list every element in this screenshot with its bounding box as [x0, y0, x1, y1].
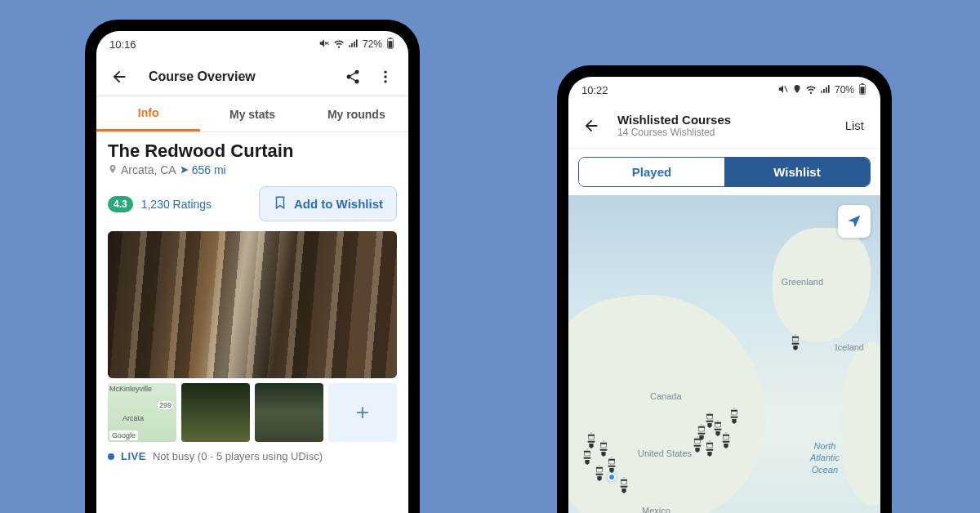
status-icons: 70%: [777, 83, 867, 97]
svg-point-3: [384, 70, 386, 73]
course-pin-icon[interactable]: [581, 448, 594, 465]
status-time: 10:16: [109, 38, 136, 51]
course-location: Arcata, CA: [121, 163, 176, 176]
svg-point-4: [384, 75, 386, 78]
segment-wishlist[interactable]: Wishlist: [724, 158, 870, 186]
course-location-row: Arcata, CA 656 mi: [108, 163, 397, 176]
back-button[interactable]: [106, 64, 132, 90]
screen: 10:22 70%: [568, 77, 880, 513]
course-pin-icon[interactable]: [728, 408, 741, 424]
add-to-wishlist-button[interactable]: Add to Wishlist: [259, 186, 397, 221]
course-pin-icon[interactable]: [617, 477, 630, 493]
tab-info[interactable]: Info: [96, 96, 200, 132]
locate-me-button[interactable]: [838, 205, 871, 238]
segment-played[interactable]: Played: [579, 158, 724, 186]
live-label: LIVE: [121, 450, 146, 462]
segment-control: Played Wishlist: [578, 157, 871, 187]
thumb-add-photo[interactable]: +: [328, 383, 397, 442]
phone-wishlist: 10:22 70%: [557, 65, 892, 513]
user-location-dot: [608, 473, 616, 481]
google-attribution: Google: [109, 430, 138, 440]
course-distance: 656 mi: [180, 163, 226, 176]
wishlist-map[interactable]: Greenland Iceland Canada United States M…: [568, 195, 880, 513]
share-button[interactable]: [340, 64, 366, 90]
hero-photo[interactable]: [108, 231, 397, 378]
status-bar: 10:22 70%: [568, 77, 880, 103]
svg-rect-8: [862, 83, 864, 84]
page-subtitle: 14 Courses Wishlisted: [617, 127, 832, 138]
live-text: Not busy (0 - 5 players using UDisc): [153, 450, 323, 462]
tab-my-stats[interactable]: My stats: [200, 96, 304, 132]
app-bar: Course Overview: [96, 57, 408, 96]
battery-percent: 72%: [363, 38, 382, 50]
thumb-map[interactable]: McKinleyville 299 Arcata ureka Google: [108, 383, 176, 442]
course-pin-icon[interactable]: [593, 465, 606, 481]
photo-thumbnails: McKinleyville 299 Arcata ureka Google +: [108, 383, 397, 442]
tabs: Info My stats My rounds: [96, 96, 408, 132]
more-button[interactable]: [372, 64, 399, 90]
thumb-photo-1[interactable]: [181, 383, 250, 442]
battery-percent: 70%: [835, 84, 854, 96]
ratings-count[interactable]: 1,230 Ratings: [141, 198, 212, 211]
map-label-us: United States: [638, 448, 692, 458]
rating-badge: 4.3: [108, 196, 133, 212]
wifi-icon: [333, 38, 345, 51]
map-label-ocean: North Atlantic Ocean: [810, 440, 840, 475]
course-name: The Redwood Curtain: [108, 141, 397, 162]
back-button[interactable]: [578, 113, 604, 139]
screen: 10:16 72% Course Overv: [96, 31, 408, 513]
svg-rect-2: [389, 41, 393, 47]
course-pin-icon[interactable]: [585, 432, 598, 448]
phone-course-overview: 10:16 72% Course Overv: [85, 20, 420, 513]
signal-icon: [820, 83, 831, 97]
status-time: 10:22: [581, 84, 608, 96]
plus-icon: +: [356, 399, 369, 426]
status-bar: 10:16 72%: [96, 31, 408, 57]
bookmark-icon: [273, 195, 287, 212]
landmass: [840, 342, 880, 506]
rating-row: 4.3 1,230 Ratings Add to Wishlist: [108, 186, 397, 221]
tab-my-rounds[interactable]: My rounds: [305, 96, 408, 132]
mute-icon: [318, 38, 330, 51]
map-label-iceland: Iceland: [835, 342, 864, 352]
course-pin-icon[interactable]: [703, 412, 716, 428]
map-label-greenland: Greenland: [782, 277, 823, 287]
battery-icon: [385, 38, 395, 51]
svg-rect-1: [390, 38, 392, 38]
live-dot-icon: [108, 453, 114, 460]
battery-icon: [858, 83, 867, 97]
map-label-mexico: Mexico: [642, 506, 670, 513]
svg-point-5: [384, 80, 386, 83]
page-title: Wishlisted Courses: [617, 113, 832, 127]
content: The Redwood Curtain Arcata, CA 656 mi 4.…: [96, 132, 408, 471]
course-pin-icon[interactable]: [605, 457, 618, 473]
course-pin-icon[interactable]: [703, 440, 716, 457]
map-label-canada: Canada: [650, 391, 682, 401]
course-pin-icon[interactable]: [719, 432, 733, 448]
thumb-photo-2[interactable]: [255, 383, 323, 442]
location-pin-icon: [108, 163, 118, 176]
location-icon: [792, 84, 802, 96]
svg-rect-9: [861, 87, 865, 93]
status-icons: 72%: [318, 38, 395, 51]
appbar-titles: Wishlisted Courses 14 Courses Wishlisted: [611, 113, 832, 138]
course-pin-icon[interactable]: [789, 334, 802, 350]
signal-icon: [348, 38, 359, 51]
mute-icon: [777, 83, 789, 97]
page-title: Course Overview: [139, 69, 333, 84]
course-pin-icon[interactable]: [691, 436, 704, 453]
course-pin-icon[interactable]: [597, 440, 610, 457]
app-bar: Wishlisted Courses 14 Courses Wishlisted…: [568, 103, 880, 149]
svg-line-6: [785, 86, 788, 91]
list-toggle-button[interactable]: List: [839, 115, 871, 136]
live-status-row: LIVE Not busy (0 - 5 players using UDisc…: [108, 450, 397, 462]
wifi-icon: [805, 83, 817, 97]
